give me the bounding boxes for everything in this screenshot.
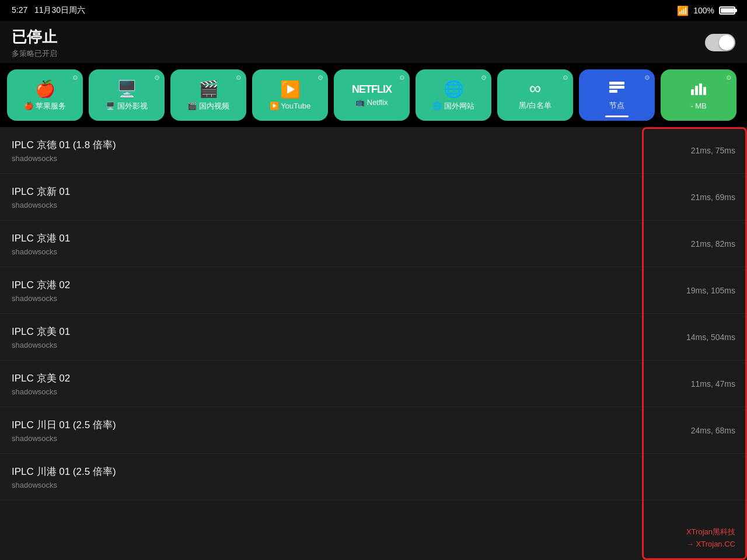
table-row[interactable]: IPLC 京港 01 shadowsocks 21ms, 82ms: [0, 220, 747, 267]
settings-icon[interactable]: ⚙: [644, 74, 650, 82]
table-row[interactable]: IPLC 京新 01 shadowsocks 21ms, 69ms: [0, 174, 747, 220]
node-name: IPLC 川港 01 (2.5 倍率): [12, 465, 116, 478]
tab-apple-label: 🍎 苹果服务: [24, 101, 66, 111]
node-latency: 24ms, 68ms: [691, 426, 735, 435]
node-name: IPLC 京德 01 (1.8 倍率): [12, 138, 116, 152]
node-latency: 14ms, 504ms: [686, 332, 735, 342]
app-status-subtitle: 多策略已开启: [12, 48, 57, 59]
tab-youtube-icon: ▶️: [280, 80, 301, 99]
status-date: 11月30日周六: [34, 5, 85, 15]
settings-icon[interactable]: ⚙: [399, 74, 405, 82]
node-latency: 19ms, 105ms: [686, 286, 735, 295]
tab-foreign-tv-icon: 🖥️: [117, 79, 137, 99]
table-row[interactable]: IPLC 川日 01 (2.5 倍率) shadowsocks 24ms, 68…: [0, 407, 747, 454]
tab-foreign-tv-label: 🖥️ 国外影视: [106, 101, 148, 111]
node-name: IPLC 京港 01: [12, 232, 70, 245]
tab-foreign-site[interactable]: ⚙ 🌐 🌐 国外网站: [416, 69, 491, 121]
tab-youtube-label: ▶️ YouTube: [270, 102, 310, 110]
settings-icon[interactable]: ⚙: [154, 74, 160, 82]
tab-apple[interactable]: ⚙ 🍎 🍎 苹果服务: [7, 69, 83, 121]
table-row[interactable]: IPLC 川港 01 (2.5 倍率) shadowsocks: [0, 454, 747, 501]
header-left: 已停止 多策略已开启: [12, 27, 57, 59]
settings-icon[interactable]: ⚙: [317, 74, 323, 82]
toggle-knob: [719, 35, 734, 50]
status-right: 📶 100%: [677, 5, 735, 16]
tab-netflix-icon: NETFLIX: [352, 83, 392, 96]
node-list[interactable]: IPLC 京德 01 (1.8 倍率) shadowsocks 21ms, 75…: [0, 127, 747, 501]
tab-blackwhite-icon: ∞: [529, 79, 541, 98]
table-row[interactable]: IPLC 京美 02 shadowsocks 11ms, 47ms: [0, 360, 747, 407]
table-row[interactable]: IPLC 京美 01 shadowsocks 14ms, 504ms: [0, 314, 747, 360]
svg-rect-1: [609, 86, 624, 89]
tab-active-indicator: [605, 116, 629, 117]
node-latency: 21ms, 75ms: [691, 146, 735, 155]
status-bar: 5:27 11月30日周六 📶 100%: [0, 0, 747, 21]
node-name: IPLC 京美 01: [12, 325, 70, 338]
tab-apple-icon: 🍎: [35, 79, 55, 99]
tab-domestic-video-icon: 🎬: [198, 79, 219, 99]
battery-icon: [719, 6, 735, 15]
category-tabs: ⚙ 🍎 🍎 苹果服务 ⚙ 🖥️ 🖥️ 国外影视 ⚙ 🎬 🎬 国内视频 ⚙ ▶️ …: [0, 63, 747, 127]
node-type: shadowsocks: [12, 434, 116, 443]
status-time: 5:27: [12, 5, 27, 15]
watermark-line1: XTrojan黑科技: [686, 526, 735, 538]
tab-blackwhite-label: 黑/白名单: [519, 100, 551, 111]
tab-mb[interactable]: ⚙ - MB: [661, 69, 736, 121]
settings-icon[interactable]: ⚙: [726, 74, 732, 82]
node-latency: 21ms, 69ms: [691, 192, 735, 202]
tab-mb-icon: [690, 80, 707, 99]
tab-nodes[interactable]: ⚙ 节点: [579, 69, 655, 121]
wifi-icon: 📶: [677, 5, 689, 16]
svg-rect-6: [703, 87, 706, 95]
table-row[interactable]: IPLC 京港 02 shadowsocks 19ms, 105ms: [0, 267, 747, 314]
node-type: shadowsocks: [12, 481, 116, 489]
svg-rect-2: [609, 90, 617, 93]
settings-icon[interactable]: ⚙: [481, 74, 487, 82]
node-name: IPLC 京新 01: [12, 185, 70, 198]
node-type: shadowsocks: [12, 154, 116, 163]
tab-mb-label: - MB: [690, 102, 706, 110]
node-type: shadowsocks: [12, 341, 70, 349]
tab-nodes-icon: [608, 79, 626, 98]
tab-netflix-label: 📺 Netflix: [355, 98, 388, 107]
svg-rect-5: [699, 83, 702, 95]
tab-domestic-video-label: 🎬 国内视频: [187, 101, 229, 111]
watermark: XTrojan黑科技 → XTrojan.CC: [686, 526, 735, 551]
header: 已停止 多策略已开启: [0, 21, 747, 63]
battery-percent: 100%: [693, 6, 714, 15]
tab-foreign-site-icon: 🌐: [444, 79, 464, 99]
node-name: IPLC 京港 02: [12, 278, 70, 292]
svg-rect-0: [609, 82, 624, 85]
tab-foreign-tv[interactable]: ⚙ 🖥️ 🖥️ 国外影视: [89, 69, 165, 121]
main-content: IPLC 京德 01 (1.8 倍率) shadowsocks 21ms, 75…: [0, 127, 747, 560]
tab-foreign-site-label: 🌐 国外网站: [432, 101, 474, 111]
node-type: shadowsocks: [12, 201, 70, 209]
tab-nodes-label: 节点: [609, 100, 624, 111]
settings-icon[interactable]: ⚙: [236, 74, 242, 82]
table-row[interactable]: IPLC 京德 01 (1.8 倍率) shadowsocks 21ms, 75…: [0, 127, 747, 174]
node-latency: 21ms, 82ms: [691, 239, 735, 249]
app-status-title: 已停止: [12, 27, 57, 47]
node-type: shadowsocks: [12, 387, 70, 396]
node-latency: 11ms, 47ms: [691, 379, 735, 388]
node-type: shadowsocks: [12, 294, 70, 303]
settings-icon[interactable]: ⚙: [72, 74, 78, 82]
tab-domestic-video[interactable]: ⚙ 🎬 🎬 国内视频: [170, 69, 246, 121]
settings-icon[interactable]: ⚙: [563, 74, 568, 82]
node-type: shadowsocks: [12, 247, 70, 256]
node-name: IPLC 京美 02: [12, 372, 70, 385]
watermark-line2: → XTrojan.CC: [686, 538, 735, 551]
tab-netflix[interactable]: ⚙ NETFLIX 📺 Netflix: [334, 69, 410, 121]
node-name: IPLC 川日 01 (2.5 倍率): [12, 418, 116, 432]
tab-youtube[interactable]: ⚙ ▶️ ▶️ YouTube: [252, 69, 328, 121]
svg-rect-3: [691, 89, 694, 95]
main-toggle[interactable]: [705, 34, 735, 51]
status-time-date: 5:27 11月30日周六: [12, 5, 85, 16]
svg-rect-4: [695, 86, 698, 95]
tab-blackwhite[interactable]: ⚙ ∞ 黑/白名单: [497, 69, 573, 121]
